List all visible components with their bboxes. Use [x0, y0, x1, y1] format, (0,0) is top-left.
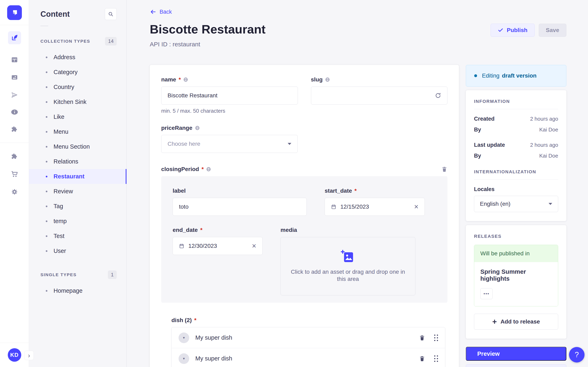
- field-end-date: end_date* 12/30/2023 ×: [173, 227, 263, 295]
- rail-bottom: KD ›: [0, 343, 29, 367]
- release-status: Will be published in: [474, 245, 558, 262]
- user-avatar[interactable]: KD: [8, 348, 21, 362]
- slug-input[interactable]: [311, 87, 448, 105]
- puzzle-piece-icon: [11, 125, 18, 133]
- save-button[interactable]: Save: [539, 24, 566, 37]
- sidebar-item-label: User: [53, 248, 66, 254]
- strapi-admin-app: KD › Content COLLECTION TYPES 14 Address: [0, 0, 588, 367]
- sidebar-item-collection-type[interactable]: Country: [29, 80, 127, 94]
- expand-sidebar-button[interactable]: ›: [24, 351, 34, 360]
- label-input[interactable]: toto: [173, 198, 307, 216]
- information-card: INFORMATION Created 2 hours ago By Kai D…: [466, 90, 566, 221]
- nav-plugins[interactable]: [11, 125, 18, 133]
- sidebar-item-collection-type[interactable]: Address: [29, 50, 127, 65]
- sidebar-item-collection-type[interactable]: Like: [29, 109, 127, 124]
- dish-entry-row[interactable]: ▼ My super dish: [172, 327, 445, 348]
- nav-documentation[interactable]: [11, 109, 18, 115]
- nav-settings[interactable]: [11, 188, 18, 196]
- info-row: By Kai Doe: [474, 153, 558, 159]
- divider: [474, 109, 558, 109]
- editing-version: draft version: [502, 73, 537, 79]
- dish-entry-row[interactable]: ▼ My super dish: [172, 348, 445, 367]
- nav-marketplace[interactable]: [11, 170, 18, 178]
- expand-entry-button[interactable]: ▼: [179, 353, 189, 364]
- back-arrow-icon: [150, 8, 156, 15]
- sidebar-item-collection-type[interactable]: Review: [29, 184, 127, 199]
- clear-date-button[interactable]: ×: [414, 203, 418, 210]
- info-row-label: Last update: [474, 142, 505, 148]
- nav-layout[interactable]: [11, 56, 18, 64]
- sidebar-item-single-type[interactable]: Homepage: [29, 283, 127, 298]
- delete-entry-button[interactable]: [419, 356, 425, 362]
- chevron-down-icon: [288, 143, 291, 145]
- main-content: Back Biscotte Restaurant Publish Save AP…: [127, 0, 588, 367]
- bullet-icon: [46, 71, 47, 73]
- add-to-release-button[interactable]: + Add to release: [474, 314, 558, 330]
- field-start-date: start_date* 12/15/2023 ×: [325, 188, 425, 216]
- name-input-value: Biscotte Restaurant: [168, 92, 217, 99]
- sidebar-item-label: Kitchen Sink: [53, 99, 86, 105]
- sidebar-item-collection-type[interactable]: Tag: [29, 199, 127, 214]
- nav-deploy[interactable]: [11, 91, 18, 99]
- sidebar-item-collection-type[interactable]: Menu: [29, 124, 127, 139]
- release-more-button[interactable]: •••: [480, 288, 493, 299]
- locale-select[interactable]: English (en): [474, 196, 558, 212]
- sidebar-item-collection-type[interactable]: Category: [29, 65, 127, 80]
- preview-button[interactable]: Preview: [466, 347, 566, 361]
- sidebar-item-collection-type[interactable]: Test: [29, 229, 127, 243]
- media-field-label: media: [281, 227, 297, 233]
- media-dropzone[interactable]: Click to add an asset or drag and drop o…: [281, 237, 415, 295]
- globe-icon: [325, 77, 330, 82]
- back-link[interactable]: Back: [150, 8, 172, 15]
- sidebar-item-label: Menu: [53, 128, 68, 135]
- info-row-value: Kai Doe: [539, 126, 558, 133]
- release-name: Spring Summer highlights: [480, 268, 552, 282]
- start-date-input[interactable]: 12/15/2023 ×: [325, 198, 425, 216]
- search-button[interactable]: [105, 8, 117, 20]
- strapi-logo[interactable]: [7, 5, 22, 20]
- info-row-label: By: [474, 126, 481, 133]
- content-subnav: Content COLLECTION TYPES 14 Address Cate…: [29, 0, 127, 367]
- layout-grid-icon: [11, 56, 18, 64]
- clear-date-button[interactable]: ×: [252, 242, 256, 250]
- required-mark: *: [200, 227, 203, 233]
- globe-icon: [195, 125, 200, 130]
- trash-icon: [419, 356, 425, 362]
- required-mark: *: [201, 166, 204, 173]
- field-price-range: priceRange Choose here: [161, 125, 447, 153]
- help-button[interactable]: ?: [569, 347, 585, 362]
- name-hint: min. 5 / max. 50 characters: [161, 108, 298, 114]
- end-date-value: 12/30/2023: [188, 243, 217, 249]
- sidebar-item-label: Menu Section: [53, 143, 90, 150]
- delete-component-button[interactable]: [441, 166, 447, 172]
- regenerate-slug-button[interactable]: [435, 92, 441, 99]
- subnav-title-divider: [41, 26, 48, 26]
- sidebar-item-collection-type[interactable]: Relations: [29, 154, 127, 169]
- refresh-icon: [435, 92, 441, 99]
- end-date-input[interactable]: 12/30/2023 ×: [173, 237, 263, 255]
- preview-label: Preview: [477, 350, 500, 357]
- calendar-icon: [179, 243, 184, 249]
- label-field-label: label: [173, 188, 186, 194]
- nav-media-library[interactable]: [11, 74, 18, 81]
- chevron-down-icon: [549, 203, 552, 205]
- nav-marketplace-plugins[interactable]: [11, 153, 18, 160]
- drag-handle-icon[interactable]: [434, 355, 438, 362]
- publish-button[interactable]: Publish: [491, 24, 535, 37]
- sidebar-item-collection-type[interactable]: Kitchen Sink: [29, 94, 127, 109]
- nav-content-manager[interactable]: [8, 31, 21, 44]
- sidebar-item-collection-type[interactable]: Restaurant: [29, 169, 127, 184]
- sidebar-item-collection-type[interactable]: Menu Section: [29, 139, 127, 154]
- name-input[interactable]: Biscotte Restaurant: [161, 87, 298, 105]
- delete-entry-button[interactable]: [419, 335, 425, 341]
- price-range-select[interactable]: Choose here: [161, 135, 298, 153]
- locale-value: English (en): [480, 201, 510, 207]
- edit-model-button[interactable]: Edit the model: [466, 364, 566, 367]
- sidebar-item-collection-type[interactable]: User: [29, 243, 127, 259]
- info-row: By Kai Doe: [474, 126, 558, 133]
- expand-entry-button[interactable]: ▼: [179, 333, 189, 343]
- sidebar-item-collection-type[interactable]: temp: [29, 214, 127, 229]
- drag-handle-icon[interactable]: [434, 334, 438, 341]
- internationalization-section: INTERNATIONALIZATION Locales English (en…: [474, 169, 558, 212]
- bullet-icon: [46, 116, 47, 118]
